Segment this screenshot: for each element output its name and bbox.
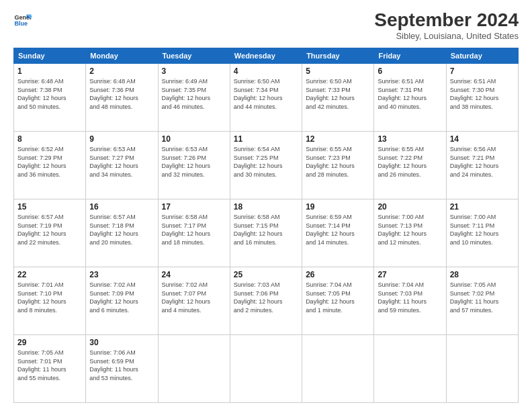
day-number: 25: [234, 270, 298, 279]
header-area: General Blue September 2024 Sibley, Loui…: [13, 11, 519, 41]
day-number: 18: [234, 202, 298, 212]
calendar-cell: [158, 335, 230, 403]
header-row: Sunday Monday Tuesday Wednesday Thursday…: [14, 48, 519, 64]
calendar-cell: 30Sunrise: 7:06 AMSunset: 6:59 PMDayligh…: [86, 335, 158, 403]
col-saturday: Saturday: [446, 48, 518, 64]
calendar-cell: 25Sunrise: 7:03 AMSunset: 7:06 PMDayligh…: [230, 267, 302, 335]
day-detail: Sunrise: 7:01 AMSunset: 7:10 PMDaylight:…: [17, 281, 66, 314]
calendar-page: General Blue September 2024 Sibley, Loui…: [0, 0, 532, 411]
day-detail: Sunrise: 6:51 AMSunset: 7:30 PMDaylight:…: [450, 78, 499, 110]
calendar-cell: 29Sunrise: 7:05 AMSunset: 7:01 PMDayligh…: [14, 335, 86, 403]
day-number: 13: [378, 134, 442, 144]
day-detail: Sunrise: 6:49 AMSunset: 7:35 PMDaylight:…: [162, 78, 211, 110]
logo: General Blue: [13, 11, 32, 30]
col-monday: Monday: [86, 48, 158, 64]
location-title: Sibley, Louisiana, United States: [374, 31, 519, 41]
calendar-cell: 11Sunrise: 6:54 AMSunset: 7:25 PMDayligh…: [230, 132, 302, 199]
col-wednesday: Wednesday: [230, 48, 302, 64]
calendar-cell: 16Sunrise: 6:57 AMSunset: 7:18 PMDayligh…: [86, 199, 158, 267]
svg-text:Blue: Blue: [14, 20, 28, 27]
day-number: 14: [450, 134, 515, 144]
table-row: 22Sunrise: 7:01 AMSunset: 7:10 PMDayligh…: [14, 267, 519, 335]
calendar-cell: 17Sunrise: 6:58 AMSunset: 7:17 PMDayligh…: [158, 199, 230, 267]
day-detail: Sunrise: 6:50 AMSunset: 7:33 PMDaylight:…: [306, 78, 355, 110]
day-number: 23: [89, 270, 154, 279]
day-detail: Sunrise: 6:58 AMSunset: 7:17 PMDaylight:…: [162, 214, 211, 246]
day-detail: Sunrise: 6:57 AMSunset: 7:18 PMDaylight:…: [89, 214, 138, 246]
calendar-cell: 24Sunrise: 7:02 AMSunset: 7:07 PMDayligh…: [158, 267, 230, 335]
day-detail: Sunrise: 7:05 AMSunset: 7:01 PMDaylight:…: [17, 349, 66, 381]
day-number: 19: [306, 202, 370, 212]
col-tuesday: Tuesday: [158, 48, 230, 64]
day-number: 2: [89, 66, 154, 76]
day-number: 30: [89, 338, 154, 347]
day-detail: Sunrise: 6:58 AMSunset: 7:15 PMDaylight:…: [234, 214, 283, 246]
table-row: 29Sunrise: 7:05 AMSunset: 7:01 PMDayligh…: [14, 335, 519, 403]
day-detail: Sunrise: 7:05 AMSunset: 7:02 PMDaylight:…: [450, 281, 499, 314]
day-number: 7: [450, 66, 515, 76]
day-number: 4: [234, 66, 298, 76]
day-number: 24: [162, 270, 226, 279]
day-detail: Sunrise: 6:52 AMSunset: 7:29 PMDaylight:…: [17, 146, 66, 178]
day-detail: Sunrise: 6:50 AMSunset: 7:34 PMDaylight:…: [234, 78, 283, 110]
day-detail: Sunrise: 6:53 AMSunset: 7:26 PMDaylight:…: [162, 146, 211, 178]
day-number: 1: [17, 66, 82, 76]
calendar-cell: 27Sunrise: 7:04 AMSunset: 7:03 PMDayligh…: [374, 267, 446, 335]
calendar-cell: 15Sunrise: 6:57 AMSunset: 7:19 PMDayligh…: [14, 199, 86, 267]
day-number: 3: [162, 66, 226, 76]
calendar-cell: [230, 335, 302, 403]
day-detail: Sunrise: 6:55 AMSunset: 7:22 PMDaylight:…: [378, 146, 427, 178]
day-detail: Sunrise: 6:57 AMSunset: 7:19 PMDaylight:…: [17, 214, 66, 246]
calendar-cell: 14Sunrise: 6:56 AMSunset: 7:21 PMDayligh…: [446, 132, 518, 199]
day-detail: Sunrise: 7:04 AMSunset: 7:03 PMDaylight:…: [378, 281, 427, 314]
day-number: 15: [17, 202, 82, 212]
day-detail: Sunrise: 6:48 AMSunset: 7:36 PMDaylight:…: [89, 78, 138, 110]
calendar-cell: 8Sunrise: 6:52 AMSunset: 7:29 PMDaylight…: [14, 132, 86, 199]
day-detail: Sunrise: 7:02 AMSunset: 7:07 PMDaylight:…: [162, 281, 211, 314]
day-number: 27: [378, 270, 442, 279]
table-row: 8Sunrise: 6:52 AMSunset: 7:29 PMDaylight…: [14, 132, 519, 199]
day-detail: Sunrise: 7:03 AMSunset: 7:06 PMDaylight:…: [234, 281, 283, 314]
table-row: 15Sunrise: 6:57 AMSunset: 7:19 PMDayligh…: [14, 199, 519, 267]
day-detail: Sunrise: 7:02 AMSunset: 7:09 PMDaylight:…: [89, 281, 138, 314]
calendar-table: Sunday Monday Tuesday Wednesday Thursday…: [13, 48, 519, 403]
calendar-cell: 10Sunrise: 6:53 AMSunset: 7:26 PMDayligh…: [158, 132, 230, 199]
calendar-cell: 22Sunrise: 7:01 AMSunset: 7:10 PMDayligh…: [14, 267, 86, 335]
col-sunday: Sunday: [14, 48, 86, 64]
day-number: 16: [89, 202, 154, 212]
calendar-cell: 2Sunrise: 6:48 AMSunset: 7:36 PMDaylight…: [86, 64, 158, 132]
day-detail: Sunrise: 7:04 AMSunset: 7:05 PMDaylight:…: [306, 281, 355, 314]
calendar-cell: [446, 335, 518, 403]
calendar-cell: 23Sunrise: 7:02 AMSunset: 7:09 PMDayligh…: [86, 267, 158, 335]
day-detail: Sunrise: 7:00 AMSunset: 7:13 PMDaylight:…: [378, 214, 427, 246]
day-number: 22: [17, 270, 82, 279]
calendar-cell: 4Sunrise: 6:50 AMSunset: 7:34 PMDaylight…: [230, 64, 302, 132]
day-detail: Sunrise: 7:00 AMSunset: 7:11 PMDaylight:…: [450, 214, 499, 246]
day-number: 8: [17, 134, 82, 144]
day-number: 17: [162, 202, 226, 212]
table-row: 1Sunrise: 6:48 AMSunset: 7:38 PMDaylight…: [14, 64, 519, 132]
day-number: 11: [234, 134, 298, 144]
col-thursday: Thursday: [302, 48, 374, 64]
title-area: September 2024 Sibley, Louisiana, United…: [374, 11, 519, 41]
calendar-cell: [302, 335, 374, 403]
day-detail: Sunrise: 6:55 AMSunset: 7:23 PMDaylight:…: [306, 146, 355, 178]
day-number: 9: [89, 134, 154, 144]
day-detail: Sunrise: 7:06 AMSunset: 6:59 PMDaylight:…: [89, 349, 138, 381]
day-detail: Sunrise: 6:56 AMSunset: 7:21 PMDaylight:…: [450, 146, 499, 178]
day-number: 12: [306, 134, 370, 144]
day-number: 6: [378, 66, 442, 76]
month-title: September 2024: [374, 11, 519, 30]
calendar-cell: 18Sunrise: 6:58 AMSunset: 7:15 PMDayligh…: [230, 199, 302, 267]
day-number: 28: [450, 270, 515, 279]
calendar-cell: 5Sunrise: 6:50 AMSunset: 7:33 PMDaylight…: [302, 64, 374, 132]
calendar-cell: 6Sunrise: 6:51 AMSunset: 7:31 PMDaylight…: [374, 64, 446, 132]
day-number: 5: [306, 66, 370, 76]
day-number: 10: [162, 134, 226, 144]
col-friday: Friday: [374, 48, 446, 64]
calendar-cell: 20Sunrise: 7:00 AMSunset: 7:13 PMDayligh…: [374, 199, 446, 267]
logo-icon: General Blue: [13, 11, 32, 30]
calendar-cell: 9Sunrise: 6:53 AMSunset: 7:27 PMDaylight…: [86, 132, 158, 199]
calendar-cell: 28Sunrise: 7:05 AMSunset: 7:02 PMDayligh…: [446, 267, 518, 335]
day-number: 26: [306, 270, 370, 279]
